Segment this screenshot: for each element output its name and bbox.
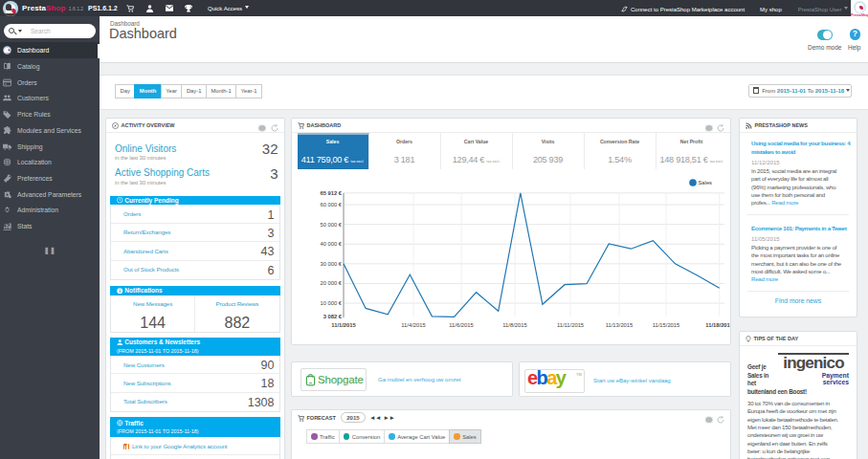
svg-text:60 000 €: 60 000 € <box>320 202 342 208</box>
svg-text:11/8/2015: 11/8/2015 <box>502 322 526 328</box>
svg-text:Sales: Sales <box>699 180 713 186</box>
svg-text:11/6/2015: 11/6/2015 <box>449 322 473 328</box>
svg-text:11/1/2015: 11/1/2015 <box>331 322 356 328</box>
svg-text:3 082 €: 3 082 € <box>323 314 343 319</box>
svg-text:30 000 €: 30 000 € <box>320 261 342 267</box>
svg-text:11/13/2015: 11/13/2015 <box>606 322 634 328</box>
svg-text:11/15/2015: 11/15/2015 <box>653 322 680 328</box>
svg-text:10 000 €: 10 000 € <box>320 300 342 306</box>
svg-text:65 912 €: 65 912 € <box>320 190 342 196</box>
svg-text:11/18/2015: 11/18/2015 <box>705 322 731 328</box>
svg-text:11/11/2015: 11/11/2015 <box>557 322 584 328</box>
svg-text:50 000 €: 50 000 € <box>320 222 342 228</box>
svg-text:20 000 €: 20 000 € <box>320 280 342 286</box>
svg-text:11/4/2015: 11/4/2015 <box>401 322 425 328</box>
svg-text:40 000 €: 40 000 € <box>320 241 342 247</box>
